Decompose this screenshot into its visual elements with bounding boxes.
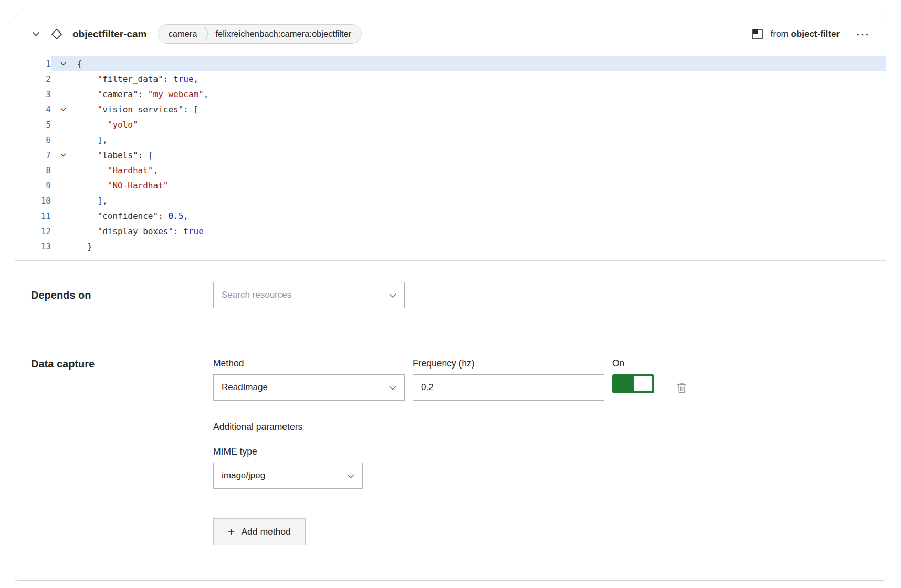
code-text: "camera": "my_webcam", [75, 87, 208, 102]
code-line[interactable]: 8 "Hardhat", [15, 163, 886, 178]
module-icon [751, 28, 764, 40]
badge-type: camera [168, 29, 197, 39]
mime-type-select[interactable]: image/jpeg [213, 463, 363, 489]
on-label: On [612, 358, 654, 369]
line-number: 5 [15, 117, 51, 132]
data-capture-heading: Data capture [31, 358, 213, 370]
data-capture-form: Method ReadImage Frequency (hz) [213, 358, 689, 545]
trash-icon [677, 382, 687, 393]
line-number: 8 [15, 163, 51, 178]
header-right: from object-filter ⋯ [751, 27, 872, 41]
line-number: 10 [15, 193, 51, 208]
collapse-chevron-icon[interactable] [31, 30, 41, 38]
module-name: object-filter [791, 29, 840, 39]
fold-chevron-icon[interactable] [51, 102, 75, 117]
mime-type-value: image/jpeg [222, 470, 265, 481]
line-number: 7 [15, 148, 51, 163]
code-text: "filter_data": true, [75, 71, 198, 87]
line-number: 11 [15, 208, 51, 224]
code-text: { [75, 56, 82, 71]
page: objectfilter-cam camera felixreichenbach… [0, 0, 901, 588]
depends-on-heading: Depends on [31, 289, 213, 301]
mime-type-label: MIME type [213, 446, 689, 457]
resource-title: objectfilter-cam [72, 28, 146, 40]
code-line[interactable]: 6 ], [15, 132, 886, 148]
frequency-input[interactable] [413, 374, 604, 401]
line-number: 4 [15, 102, 51, 117]
fold-chevron-icon[interactable] [51, 148, 75, 163]
badge-model: felixreichenbach:camera:objectfilter [216, 29, 352, 39]
fold-chevron-icon[interactable] [51, 56, 75, 71]
capture-toggle-field: On [612, 358, 654, 393]
editor-lines: 1{2 "filter_data": true,3 "camera": "my_… [15, 56, 886, 254]
code-line[interactable]: 10 ], [15, 193, 886, 208]
card-header: objectfilter-cam camera felixreichenbach… [15, 15, 886, 53]
code-text: "vision_services": [ [75, 102, 198, 117]
code-text: "display_boxes": true [75, 224, 204, 239]
code-line[interactable]: 11 "confidence": 0.5, [15, 208, 886, 224]
resource-card: objectfilter-cam camera felixreichenbach… [15, 15, 886, 581]
header-left: objectfilter-cam camera felixreichenbach… [31, 24, 362, 44]
more-menu-button[interactable]: ⋯ [854, 27, 872, 41]
method-value: ReadImage [222, 382, 268, 393]
plus-icon: + [228, 526, 235, 538]
line-number: 6 [15, 132, 51, 148]
depends-on-placeholder: Search resources [222, 290, 291, 300]
line-number: 12 [15, 224, 51, 239]
code-line[interactable]: 3 "camera": "my_webcam", [15, 87, 886, 102]
add-method-button[interactable]: + Add method [213, 518, 306, 545]
code-line[interactable]: 4 "vision_services": [ [15, 102, 886, 117]
code-text: "Hardhat", [75, 163, 158, 178]
frequency-field: Frequency (hz) [413, 358, 604, 401]
line-number: 2 [15, 71, 51, 87]
code-line[interactable]: 1{ [15, 56, 886, 71]
line-number: 1 [15, 56, 51, 71]
capture-on-toggle[interactable] [612, 374, 654, 393]
code-line[interactable]: 2 "filter_data": true, [15, 71, 886, 87]
from-prefix: from [771, 29, 789, 39]
code-line[interactable]: 12 "display_boxes": true [15, 224, 886, 239]
code-line[interactable]: 13 } [15, 239, 886, 254]
additional-parameters-label: Additional parameters [213, 422, 689, 433]
code-line[interactable]: 5 "yolo" [15, 117, 886, 132]
resource-model-pill: camera felixreichenbach:camera:objectfil… [158, 24, 362, 44]
chevron-down-icon [389, 382, 396, 393]
json-editor[interactable]: 1{2 "filter_data": true,3 "camera": "my_… [15, 53, 886, 261]
method-field: Method ReadImage [213, 358, 405, 401]
code-line[interactable]: 7 "labels": [ [15, 148, 886, 163]
code-text: ], [75, 132, 108, 148]
line-number: 3 [15, 87, 51, 102]
from-module-text: from object-filter [771, 29, 840, 39]
code-text: "yolo" [75, 117, 138, 132]
data-capture-section: Data capture Method ReadImage Frequency [15, 338, 886, 580]
capture-method-row: Method ReadImage Frequency (hz) [213, 358, 689, 401]
toggle-knob [634, 376, 652, 391]
add-method-label: Add method [241, 527, 290, 538]
code-text: ], [75, 193, 108, 208]
depends-on-section: Depends on Search resources [15, 261, 886, 338]
chevron-right-icon [204, 26, 209, 42]
code-text: "NO-Hardhat" [75, 178, 168, 193]
depends-on-select[interactable]: Search resources [213, 282, 405, 308]
method-select[interactable]: ReadImage [213, 374, 405, 401]
chevron-down-icon [347, 470, 354, 481]
code-text: "confidence": 0.5, [75, 208, 188, 224]
code-text: } [75, 239, 92, 254]
code-text: "labels": [ [75, 148, 153, 163]
code-line[interactable]: 9 "NO-Hardhat" [15, 178, 886, 193]
chevron-down-icon [389, 290, 396, 300]
line-number: 9 [15, 178, 51, 193]
line-number: 13 [15, 239, 51, 254]
frequency-label: Frequency (hz) [413, 358, 604, 369]
method-label: Method [213, 358, 405, 369]
delete-method-button[interactable] [675, 380, 689, 395]
camera-component-icon [50, 27, 64, 41]
